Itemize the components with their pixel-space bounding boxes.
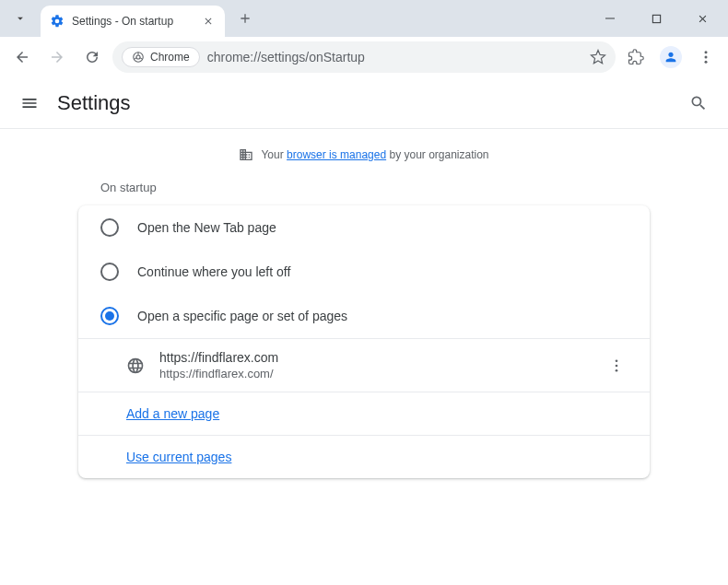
option-new-tab[interactable]: Open the New Tab page — [78, 205, 650, 250]
managed-prefix: Your — [261, 148, 287, 161]
minimize-button[interactable] — [592, 5, 628, 32]
svg-point-9 — [616, 369, 618, 371]
page-entry-title: https://findflarex.com — [159, 350, 591, 365]
profile-button[interactable] — [656, 42, 686, 72]
close-window-button[interactable] — [684, 5, 721, 32]
svg-point-7 — [616, 359, 618, 362]
menu-icon[interactable] — [18, 92, 41, 114]
site-chip[interactable]: Chrome — [122, 47, 200, 67]
startup-page-row: https://findflarex.com https://findflare… — [78, 338, 650, 392]
extensions-button[interactable] — [621, 42, 651, 72]
use-current-row: Use current pages — [78, 435, 650, 478]
option-specific-pages[interactable]: Open a specific page or set of pages — [78, 294, 650, 338]
add-page-row: Add a new page — [78, 392, 650, 435]
window-titlebar: Settings - On startup — [0, 0, 728, 37]
page-entry-url: https://findflarex.com/ — [159, 367, 591, 380]
url-text: chrome://settings/onStartup — [207, 50, 582, 64]
kebab-menu-button[interactable] — [691, 42, 721, 72]
bookmark-star-icon[interactable] — [590, 49, 606, 65]
maximize-button[interactable] — [638, 5, 675, 32]
radio-label: Continue where you left off — [137, 264, 290, 279]
reload-button[interactable] — [77, 42, 107, 72]
forward-button[interactable] — [42, 42, 72, 72]
browser-toolbar: Chrome chrome://settings/onStartup — [0, 37, 728, 77]
radio-button[interactable] — [100, 307, 119, 325]
building-icon — [239, 147, 253, 162]
address-bar[interactable]: Chrome chrome://settings/onStartup — [112, 41, 616, 73]
gear-icon — [50, 14, 65, 29]
add-page-link[interactable]: Add a new page — [126, 406, 219, 421]
on-startup-section: On startup Open the New Tab page Continu… — [78, 181, 650, 478]
chrome-icon — [132, 51, 145, 64]
tab-title: Settings - On startup — [72, 15, 194, 28]
radio-button[interactable] — [100, 263, 119, 281]
radio-label: Open the New Tab page — [137, 220, 276, 235]
settings-content: Your browser is managed by your organiza… — [0, 129, 728, 493]
window-controls — [592, 5, 721, 32]
search-icon[interactable] — [687, 92, 710, 114]
svg-rect-0 — [605, 18, 615, 19]
browser-tab[interactable]: Settings - On startup — [41, 6, 225, 37]
option-continue[interactable]: Continue where you left off — [78, 250, 650, 294]
svg-point-5 — [705, 56, 708, 59]
svg-point-8 — [616, 364, 618, 367]
radio-label: Open a specific page or set of pages — [137, 309, 347, 323]
page-title: Settings — [57, 91, 131, 115]
svg-point-6 — [705, 61, 708, 64]
page-entry-menu[interactable] — [605, 357, 628, 374]
svg-point-4 — [705, 51, 708, 53]
section-title: On startup — [78, 181, 650, 205]
managed-banner: Your browser is managed by your organiza… — [239, 144, 488, 181]
back-button[interactable] — [7, 42, 37, 72]
close-icon[interactable] — [201, 14, 216, 29]
managed-link[interactable]: browser is managed — [287, 148, 386, 161]
globe-icon — [126, 357, 145, 375]
settings-header: Settings — [0, 77, 728, 129]
use-current-link[interactable]: Use current pages — [126, 450, 231, 464]
managed-suffix: by your organization — [386, 148, 488, 161]
avatar — [660, 46, 682, 68]
tab-search-button[interactable] — [7, 6, 33, 31]
radio-button[interactable] — [100, 218, 119, 237]
page-info: https://findflarex.com https://findflare… — [159, 350, 591, 380]
svg-rect-1 — [652, 15, 660, 22]
new-tab-button[interactable] — [232, 6, 258, 31]
site-chip-label: Chrome — [150, 51, 190, 64]
startup-card: Open the New Tab page Continue where you… — [78, 205, 650, 478]
svg-point-3 — [136, 55, 140, 59]
